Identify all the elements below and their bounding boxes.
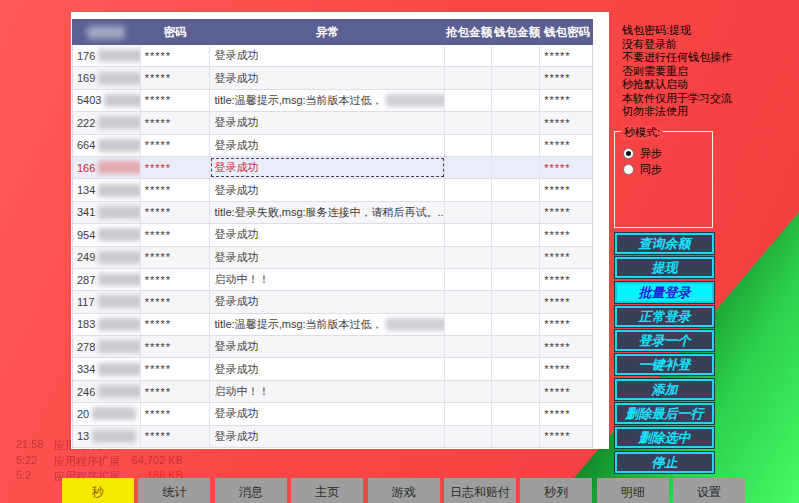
cell-account: 278 bbox=[73, 336, 141, 357]
normal-login-button[interactable]: 正常登录 bbox=[615, 306, 714, 327]
cell-password: ***** bbox=[141, 90, 211, 111]
redacted-blur bbox=[87, 26, 125, 39]
table-row[interactable]: 287*****启动中！！***** bbox=[73, 269, 592, 291]
column-header-account-redacted[interactable] bbox=[72, 25, 140, 38]
table-row[interactable]: 341*****title:登录失败,msg:服务连接中，请稍后再试。...**… bbox=[73, 202, 592, 224]
table-row[interactable]: 664*****登录成功***** bbox=[73, 135, 592, 157]
cell-wallet-password: ***** bbox=[540, 90, 592, 111]
notice-line: 不要进行任何钱包操作 bbox=[622, 51, 732, 65]
exception-text: 登录成功 bbox=[214, 138, 258, 153]
cell-account: 246 bbox=[73, 381, 141, 402]
table-row[interactable]: 249*****登录成功***** bbox=[73, 247, 592, 269]
stop-button[interactable]: 停止 bbox=[615, 452, 714, 473]
redacted-blur bbox=[98, 184, 140, 197]
account-table-panel: 密码异常抢包金额钱包金额钱包密码 176*****登录成功*****169***… bbox=[71, 12, 609, 449]
ghost-file-row: 5:22应用程序扩展64,702 KB bbox=[16, 454, 206, 467]
cell-exception: title:登录失败,msg:服务连接中，请稍后再试。... bbox=[210, 202, 444, 223]
one-key-relogin-button[interactable]: 一键补登 bbox=[615, 354, 714, 375]
column-header[interactable]: 密码 bbox=[140, 25, 210, 40]
cell-account: 176 bbox=[73, 45, 141, 66]
redacted-blur bbox=[98, 251, 140, 264]
tab-youxi[interactable]: 游戏 bbox=[368, 478, 440, 503]
radio-sync[interactable]: 同步 bbox=[623, 162, 662, 177]
cell-wallet-amount bbox=[492, 247, 540, 268]
cell-grab-amount bbox=[445, 45, 493, 66]
table-row[interactable]: 134*****登录成功***** bbox=[73, 179, 592, 201]
withdraw-button[interactable]: 提现 bbox=[615, 257, 714, 278]
table-row[interactable]: 334*****登录成功***** bbox=[73, 358, 592, 380]
cell-grab-amount bbox=[445, 112, 493, 133]
tab-zhuye[interactable]: 主页 bbox=[291, 478, 363, 503]
cell-wallet-amount bbox=[492, 336, 540, 357]
cell-wallet-password: ***** bbox=[540, 179, 592, 200]
cell-wallet-password: ***** bbox=[540, 269, 592, 290]
table-row[interactable]: 278*****登录成功***** bbox=[73, 336, 592, 358]
radio-async[interactable]: 异步 bbox=[623, 146, 662, 161]
exception-text: 登录成功 bbox=[214, 160, 258, 175]
table-row[interactable]: 183*****title:温馨提示,msg:当前版本过低，***** bbox=[73, 314, 592, 336]
tab-tongji[interactable]: 统计 bbox=[138, 478, 210, 503]
query-balance-button[interactable]: 查询余额 bbox=[615, 233, 714, 254]
account-prefix: 20 bbox=[77, 408, 89, 420]
tab-xiaoxi[interactable]: 消息 bbox=[215, 478, 287, 503]
redacted-blur bbox=[98, 228, 140, 241]
table-row[interactable]: 954*****登录成功***** bbox=[73, 224, 592, 246]
account-prefix: 176 bbox=[77, 50, 95, 62]
tab-miaolie[interactable]: 秒列 bbox=[520, 478, 592, 503]
column-header[interactable]: 异常 bbox=[210, 25, 445, 40]
cell-password: ***** bbox=[141, 224, 211, 245]
account-prefix: 13 bbox=[77, 430, 89, 442]
account-prefix: 134 bbox=[77, 184, 95, 196]
cell-grab-amount bbox=[445, 157, 493, 178]
tab-miao[interactable]: 秒 bbox=[62, 478, 134, 503]
table-row[interactable]: 13*****登录成功***** bbox=[73, 426, 592, 448]
cell-account: 287 bbox=[73, 269, 141, 290]
table-row[interactable]: 169*****登录成功***** bbox=[73, 67, 592, 89]
radio-circle-icon bbox=[623, 164, 634, 175]
add-button[interactable]: 添加 bbox=[615, 379, 714, 400]
column-header[interactable]: 抢包金额 bbox=[445, 25, 493, 40]
table-row[interactable]: 117*****登录成功***** bbox=[73, 291, 592, 313]
redacted-blur bbox=[98, 161, 140, 174]
ghost-name: 应用程序扩展 bbox=[54, 454, 120, 469]
cell-exception: 登录成功 bbox=[210, 112, 444, 133]
table-row[interactable]: 176*****登录成功***** bbox=[73, 45, 592, 67]
account-grid: 密码异常抢包金额钱包金额钱包密码 176*****登录成功*****169***… bbox=[72, 19, 593, 448]
login-one-button[interactable]: 登录一个 bbox=[615, 330, 714, 351]
cell-grab-amount bbox=[445, 247, 493, 268]
tab-rizhi-peifu[interactable]: 日志和赔付 bbox=[444, 478, 516, 503]
cell-wallet-amount bbox=[492, 135, 540, 156]
cell-account: 13 bbox=[73, 426, 141, 447]
exception-text: title:温馨提示,msg:当前版本过低， bbox=[214, 317, 382, 332]
delete-selected-button[interactable]: 删除选中 bbox=[615, 427, 714, 448]
batch-login-button[interactable]: 批量登录 bbox=[615, 282, 714, 303]
account-prefix: 183 bbox=[77, 318, 95, 330]
tab-mingxi[interactable]: 明细 bbox=[597, 478, 669, 503]
cell-grab-amount bbox=[445, 224, 493, 245]
tab-shezhi[interactable]: 设置 bbox=[673, 478, 745, 503]
column-header[interactable]: 钱包密码 bbox=[541, 25, 593, 40]
redacted-blur bbox=[98, 49, 140, 62]
table-row[interactable]: 20*****登录成功***** bbox=[73, 403, 592, 425]
cell-grab-amount bbox=[445, 179, 493, 200]
delete-last-row-button[interactable]: 删除最后一行 bbox=[615, 403, 714, 424]
cell-wallet-amount bbox=[492, 202, 540, 223]
cell-grab-amount bbox=[445, 314, 493, 335]
cell-wallet-amount bbox=[492, 426, 540, 447]
table-row[interactable]: 222*****登录成功***** bbox=[73, 112, 592, 134]
column-header[interactable]: 钱包金额 bbox=[493, 25, 541, 40]
notice-line: 切勿非法使用 bbox=[622, 105, 732, 119]
exception-text: title:登录失败,msg:服务连接中，请稍后再试。... bbox=[214, 205, 444, 220]
table-row[interactable]: 5403*****title:温馨提示,msg:当前版本过低，***** bbox=[73, 90, 592, 112]
exception-text: 启动中！！ bbox=[214, 384, 269, 399]
cell-exception: 登录成功 bbox=[210, 247, 444, 268]
cell-wallet-amount bbox=[492, 90, 540, 111]
cell-wallet-amount bbox=[492, 179, 540, 200]
table-row[interactable]: 246*****启动中！！***** bbox=[73, 381, 592, 403]
table-row[interactable]: 166*****登录成功***** bbox=[73, 157, 592, 179]
cell-grab-amount bbox=[445, 67, 493, 88]
account-prefix: 341 bbox=[77, 206, 95, 218]
exception-text: title:温馨提示,msg:当前版本过低， bbox=[214, 93, 382, 108]
cell-account: 334 bbox=[73, 358, 141, 379]
cell-account: 664 bbox=[73, 135, 141, 156]
